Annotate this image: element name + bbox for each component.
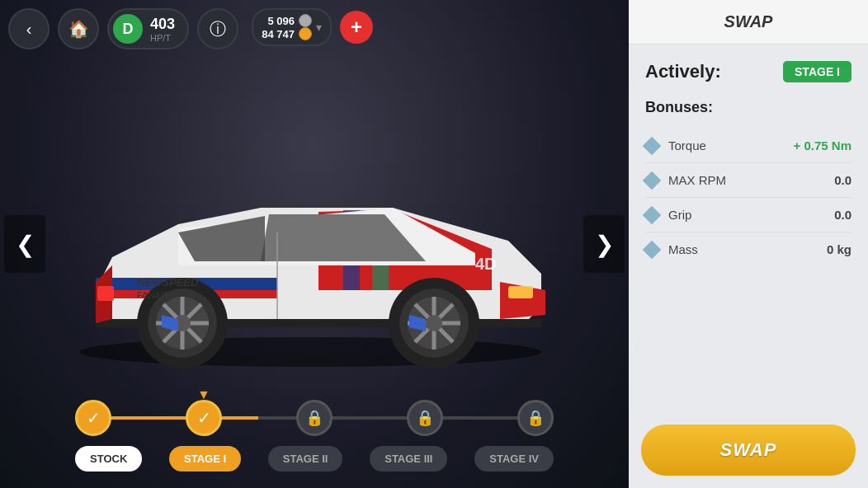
bonus-name-rpm: MAX RPM xyxy=(668,173,834,187)
check-icon-2: ✓ xyxy=(197,408,211,428)
currency-amounts: 5 096 84 747 xyxy=(262,14,312,40)
diamond-icon-torque xyxy=(643,136,662,155)
chevron-down-icon[interactable]: ▾ xyxy=(316,21,322,34)
lock-icon-2: 🔒 xyxy=(416,409,434,427)
right-panel: SWAP Actively: STAGE I Bonuses: Torque +… xyxy=(629,0,868,488)
svg-text:FANAIR: FANAIR xyxy=(137,290,170,300)
stage-label-4[interactable]: STAGE IV xyxy=(474,446,554,472)
svg-text:NEWSPEED: NEWSPEED xyxy=(137,276,199,289)
hp-value: 403 xyxy=(150,16,175,33)
bonus-name-mass: Mass xyxy=(668,242,827,256)
silver-amount: 5 096 xyxy=(267,15,295,27)
svg-text:4D: 4D xyxy=(475,255,497,273)
car-svg: NEWSPEED FANAIR 4D xyxy=(30,125,591,373)
track-line-filled xyxy=(93,416,258,420)
actively-row: Actively: STAGE I xyxy=(645,61,851,82)
svg-rect-2 xyxy=(97,286,114,301)
check-icon: ✓ xyxy=(87,408,101,428)
stage-selector: ✓ ▼ ✓ 🔒 🔒 xyxy=(0,400,629,472)
info-icon: ⓘ xyxy=(210,18,226,40)
silver-coin-icon xyxy=(299,14,312,27)
diamond-icon-grip xyxy=(643,205,662,224)
bonus-value-mass: 0 kg xyxy=(827,242,851,256)
bonus-row-mass: Mass 0 kg xyxy=(645,232,851,266)
diamond-icon-mass xyxy=(643,240,662,259)
currency-bar: 5 096 84 747 ▾ + xyxy=(252,8,373,46)
garage-button[interactable]: 🏠 xyxy=(58,8,99,49)
house-icon: 🏠 xyxy=(68,19,89,39)
info-button[interactable]: ⓘ xyxy=(197,8,238,49)
lock-icon-1: 🔒 xyxy=(305,409,323,427)
stage-node-1[interactable]: ▼ ✓ xyxy=(186,400,222,436)
panel-title: SWAP xyxy=(629,0,868,45)
bonus-row-torque: Torque + 0.75 Nm xyxy=(645,129,851,163)
car-grade-display: D 403 HP/T xyxy=(107,8,189,49)
prev-car-button[interactable]: ❮ xyxy=(4,215,45,273)
panel-content: Actively: STAGE I Bonuses: Torque + 0.75… xyxy=(629,45,868,412)
bonus-name-grip: Grip xyxy=(668,208,834,222)
actively-label: Actively: xyxy=(645,61,721,82)
gold-row: 84 747 xyxy=(262,27,312,40)
current-stage-indicator: ▼ xyxy=(197,387,210,402)
bonus-row-rpm: MAX RPM 0.0 xyxy=(645,163,851,198)
grade-badge: D xyxy=(113,14,143,44)
svg-point-10 xyxy=(426,315,442,331)
diamond-icon-rpm xyxy=(643,171,662,190)
stage-label-1[interactable]: STAGE I xyxy=(169,446,241,472)
stage-node-4[interactable]: 🔒 xyxy=(517,400,554,436)
silver-row: 5 096 xyxy=(267,14,312,27)
hp-unit: HP/T xyxy=(150,33,175,43)
lock-icon-3: 🔒 xyxy=(526,409,545,427)
swap-button-container: SWAP xyxy=(629,412,868,488)
back-button[interactable]: ‹ xyxy=(8,8,50,49)
stage-node-2[interactable]: 🔒 xyxy=(296,400,333,436)
progress-track: ✓ ▼ ✓ 🔒 🔒 xyxy=(75,400,554,436)
bonus-value-grip: 0.0 xyxy=(834,208,851,222)
car-image: NEWSPEED FANAIR 4D xyxy=(17,109,604,389)
bonuses-title: Bonuses: xyxy=(645,99,851,116)
active-stage-badge: STAGE I xyxy=(783,61,851,82)
swap-button[interactable]: SWAP xyxy=(641,425,856,476)
currency-dropdown[interactable]: 5 096 84 747 ▾ xyxy=(252,8,332,46)
gold-amount: 84 747 xyxy=(262,28,295,40)
stage-labels: STOCK STAGE I STAGE II STAGE III STAGE I… xyxy=(75,446,554,472)
gold-coin-icon xyxy=(299,27,312,40)
add-currency-button[interactable]: + xyxy=(340,11,373,44)
next-car-button[interactable]: ❯ xyxy=(583,215,625,273)
car-panel: ‹ 🏠 D 403 HP/T ⓘ xyxy=(0,0,629,488)
stage-label-2[interactable]: STAGE II xyxy=(268,446,343,472)
bonus-value-torque: + 0.75 Nm xyxy=(794,138,851,152)
bonus-row-grip: Grip 0.0 xyxy=(645,198,851,232)
left-arrow-icon: ❮ xyxy=(16,231,35,258)
bonus-value-rpm: 0.0 xyxy=(834,173,851,187)
svg-rect-1 xyxy=(508,286,533,298)
right-arrow-icon: ❯ xyxy=(595,231,614,258)
bonus-name-torque: Torque xyxy=(668,138,794,152)
stage-node-stock[interactable]: ✓ xyxy=(75,400,111,436)
stage-label-3[interactable]: STAGE III xyxy=(370,446,447,472)
stage-label-stock[interactable]: STOCK xyxy=(75,446,142,472)
main-container: ‹ 🏠 D 403 HP/T ⓘ xyxy=(0,0,868,488)
stage-node-3[interactable]: 🔒 xyxy=(407,400,443,436)
